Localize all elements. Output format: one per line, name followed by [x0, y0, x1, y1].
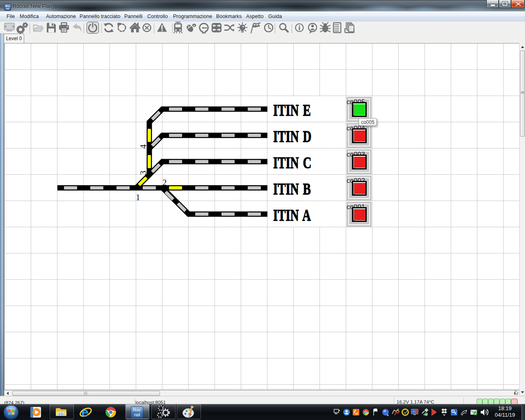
svg-text:2: 2 — [162, 178, 167, 187]
svg-text:1: 1 — [136, 192, 140, 202]
svg-text:4: 4 — [138, 144, 148, 149]
svg-text:3: 3 — [138, 171, 148, 175]
